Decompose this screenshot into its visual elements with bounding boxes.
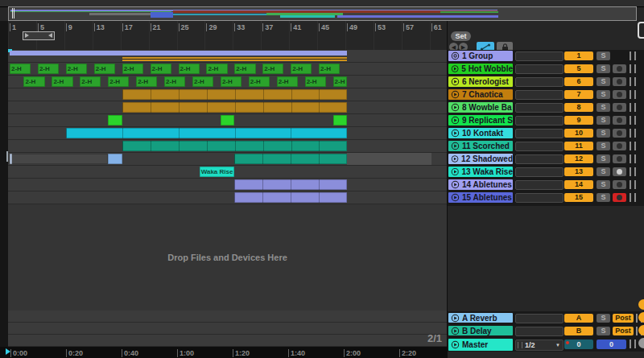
track-header[interactable]: B DelayBSPost xyxy=(448,325,644,336)
track-title[interactable]: 1 Group xyxy=(448,51,513,61)
track-activator-button[interactable]: A xyxy=(564,314,593,323)
track-input-field[interactable] xyxy=(515,142,564,151)
arrangement-clip-labeled[interactable]: 2-H xyxy=(234,64,255,74)
track-activator-button[interactable]: 11 xyxy=(564,142,593,150)
solo-button[interactable]: S xyxy=(597,90,610,99)
track-header[interactable]: 7 Chaotica7S xyxy=(448,88,644,101)
arrangement-clip-labeled[interactable]: 2-H xyxy=(192,76,213,87)
track-title[interactable]: 12 Shadowed xyxy=(448,154,513,164)
arrangement-track-lane[interactable]: Waka Rise xyxy=(8,166,447,179)
solo-button[interactable]: S xyxy=(597,193,610,202)
track-activator-button[interactable]: 1 xyxy=(564,51,593,60)
track-header[interactable]: Master1/2▼00 xyxy=(448,338,644,352)
arm-button[interactable] xyxy=(613,116,626,125)
track-activator-button[interactable]: B xyxy=(564,327,593,335)
loop-brace[interactable] xyxy=(23,31,55,40)
track-input-field[interactable] xyxy=(515,129,564,138)
arrangement-clip-labeled[interactable]: 2-H xyxy=(94,64,115,74)
arrangement-clip[interactable] xyxy=(66,128,347,138)
track-title[interactable]: 14 Abletunes xyxy=(448,179,513,190)
arrangement-clip-labeled[interactable]: 2-H xyxy=(108,76,129,87)
track-activator-button[interactable]: 12 xyxy=(564,154,593,163)
arm-button[interactable] xyxy=(613,90,626,99)
group-summary-clip[interactable] xyxy=(10,51,347,56)
arrangement-clip[interactable] xyxy=(234,192,347,203)
master-pan-knob[interactable] xyxy=(638,338,644,348)
arrangement-clip[interactable] xyxy=(108,154,122,164)
arrangement-clip-labeled[interactable]: 2-H xyxy=(38,64,59,74)
arrangement-clip-labeled[interactable]: 2-H xyxy=(179,64,200,74)
arm-button[interactable] xyxy=(613,129,626,138)
track-header[interactable]: 13 Waka Rise13S xyxy=(448,166,644,178)
track-activator-button[interactable]: 6 xyxy=(564,77,593,86)
track-input-field[interactable] xyxy=(515,77,564,87)
track-input-field[interactable] xyxy=(515,116,564,126)
track-input-field[interactable] xyxy=(515,51,564,61)
arrangement-track-lane[interactable]: 2-H2-H2-H2-H2-H2-H2-H2-H2-H2-H2-H2-H xyxy=(8,63,447,76)
arrangement-track-lane[interactable] xyxy=(8,101,447,114)
track-activator-button[interactable]: 5 xyxy=(564,64,593,73)
solo-button[interactable]: S xyxy=(597,314,610,323)
arm-button[interactable] xyxy=(613,77,626,86)
track-title[interactable]: 6 Nerologist xyxy=(448,76,513,87)
arrangement-clip-labeled[interactable]: 2-H xyxy=(23,76,44,87)
arrangement-clip-labeled[interactable]: 2-H xyxy=(291,64,312,74)
track-title[interactable]: A Reverb xyxy=(448,313,513,323)
arrangement-track-lane[interactable] xyxy=(8,153,447,166)
track-activator-button[interactable]: 13 xyxy=(564,167,593,176)
track-header[interactable]: A ReverbASPost xyxy=(448,312,644,323)
track-header[interactable]: 10 Kontakt10S xyxy=(448,127,644,139)
arrangement-track-lane[interactable] xyxy=(8,179,447,191)
track-title[interactable]: B Delay xyxy=(448,326,513,335)
pan-knob[interactable] xyxy=(638,299,644,310)
arrangement-clip-labeled[interactable]: 2-H xyxy=(221,76,242,87)
arrangement-track-lane[interactable] xyxy=(8,140,447,153)
arrangement-clip-labeled[interactable]: 2-H xyxy=(80,76,101,87)
track-header[interactable]: 11 Scorched11S xyxy=(448,140,644,152)
solo-button[interactable]: S xyxy=(597,167,610,176)
track-activator-button[interactable]: 9 xyxy=(564,116,593,125)
set-button[interactable]: Set xyxy=(451,31,471,41)
track-input-field[interactable] xyxy=(515,193,564,203)
track-header[interactable]: 12 Shadowed12S xyxy=(448,153,644,165)
arrangement-track-lane[interactable] xyxy=(8,114,447,127)
cue-volume[interactable]: 0 xyxy=(564,339,593,349)
arrangement-overview[interactable] xyxy=(8,6,637,21)
solo-button[interactable]: S xyxy=(597,327,610,335)
track-header[interactable]: 9 Replicant S9S xyxy=(448,114,644,126)
solo-button[interactable]: S xyxy=(597,180,610,189)
track-header[interactable]: 8 Wowble Ba8S xyxy=(448,101,644,113)
pan-knob[interactable] xyxy=(638,325,644,335)
post-toggle-button[interactable]: Post xyxy=(613,327,634,335)
track-input-field[interactable] xyxy=(515,64,564,74)
track-header[interactable]: 1 Group1S xyxy=(448,50,644,62)
time-ruler[interactable]: 0:000:200:401:001:201:402:002:20 xyxy=(0,347,448,358)
track-title[interactable]: 9 Replicant S xyxy=(448,115,513,126)
track-title[interactable]: 13 Waka Rise xyxy=(448,167,513,177)
arrangement-track-lane[interactable] xyxy=(8,88,447,101)
arrangement-clip-labeled[interactable]: 2-H xyxy=(52,76,72,87)
arrangement-track-lane[interactable] xyxy=(8,191,447,204)
track-activator-button[interactable]: 10 xyxy=(564,129,593,138)
pan-knob[interactable] xyxy=(638,312,644,323)
track-title[interactable]: 5 Hot Wobble xyxy=(448,64,513,74)
track-header[interactable]: 14 Abletunes14S xyxy=(448,179,644,191)
solo-button[interactable]: S xyxy=(597,116,610,125)
arrangement-clip-labeled[interactable]: 2-H xyxy=(277,76,298,87)
arrangement-clip[interactable] xyxy=(234,154,347,164)
track-title[interactable]: 11 Scorched xyxy=(448,141,513,151)
solo-button[interactable]: S xyxy=(597,77,610,86)
solo-button[interactable]: S xyxy=(597,51,610,60)
group-summary-clip[interactable] xyxy=(122,57,347,61)
arrangement-clip-labeled[interactable]: 2-H xyxy=(136,76,157,87)
return-lane-a[interactable] xyxy=(8,311,447,323)
solo-button[interactable]: S xyxy=(597,142,610,150)
solo-button[interactable]: S xyxy=(597,129,610,138)
arrangement-clip-labeled[interactable]: 2-H xyxy=(10,64,31,74)
arm-button[interactable] xyxy=(613,193,626,202)
arrangement-clip-labeled[interactable]: 2-H xyxy=(164,76,185,87)
track-header[interactable]: 5 Hot Wobble5S xyxy=(448,63,644,75)
arrangement-clip-labeled[interactable]: 2-H xyxy=(249,76,270,87)
arrangement-clip-labeled[interactable]: 2-H xyxy=(333,76,347,87)
solo-button[interactable]: S xyxy=(597,103,610,112)
